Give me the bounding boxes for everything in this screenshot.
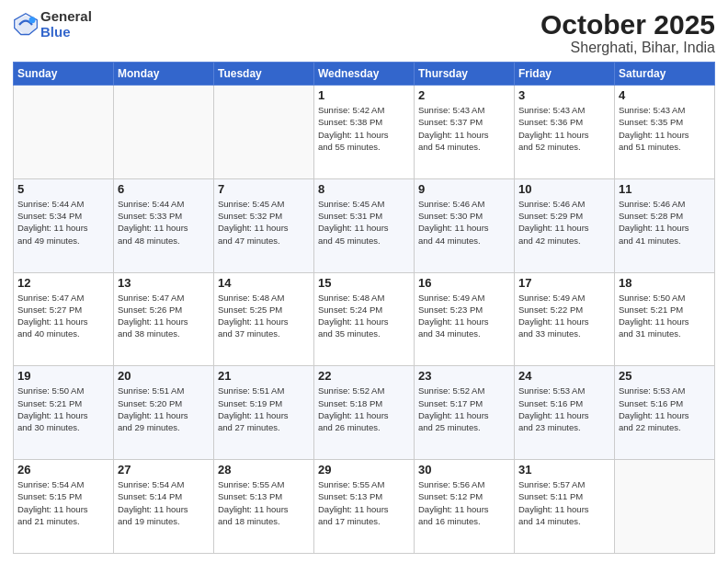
calendar-title: October 2025 <box>540 9 715 40</box>
calendar-cell <box>114 86 214 179</box>
day-of-week-saturday: Saturday <box>615 63 715 86</box>
page: General Blue October 2025 Sherghati, Bih… <box>0 0 728 563</box>
cell-day-number: 28 <box>218 463 310 477</box>
cell-day-number: 14 <box>218 276 310 290</box>
cell-day-number: 9 <box>418 182 510 196</box>
cell-info: Sunrise: 5:45 AM Sunset: 5:32 PM Dayligh… <box>218 198 310 247</box>
cell-info: Sunrise: 5:57 AM Sunset: 5:11 PM Dayligh… <box>518 478 610 527</box>
day-of-week-thursday: Thursday <box>415 63 515 86</box>
calendar-header: SundayMondayTuesdayWednesdayThursdayFrid… <box>14 63 715 86</box>
calendar-cell: 25Sunrise: 5:53 AM Sunset: 5:16 PM Dayli… <box>615 366 715 460</box>
header: General Blue October 2025 Sherghati, Bih… <box>13 9 715 56</box>
calendar-week-2: 5Sunrise: 5:44 AM Sunset: 5:34 PM Daylig… <box>14 178 715 272</box>
calendar-cell: 20Sunrise: 5:51 AM Sunset: 5:20 PM Dayli… <box>114 366 214 460</box>
cell-info: Sunrise: 5:47 AM Sunset: 5:26 PM Dayligh… <box>118 292 210 340</box>
cell-day-number: 19 <box>17 369 109 383</box>
calendar-cell: 12Sunrise: 5:47 AM Sunset: 5:27 PM Dayli… <box>14 272 114 366</box>
calendar-cell: 9Sunrise: 5:46 AM Sunset: 5:30 PM Daylig… <box>415 178 515 272</box>
cell-info: Sunrise: 5:49 AM Sunset: 5:22 PM Dayligh… <box>518 292 610 340</box>
cell-day-number: 8 <box>318 182 410 196</box>
cell-day-number: 3 <box>518 88 610 102</box>
day-of-week-tuesday: Tuesday <box>214 63 314 86</box>
calendar-cell: 8Sunrise: 5:45 AM Sunset: 5:31 PM Daylig… <box>314 178 415 272</box>
cell-day-number: 11 <box>619 182 711 196</box>
logo-icon <box>13 12 39 38</box>
calendar-cell: 29Sunrise: 5:55 AM Sunset: 5:13 PM Dayli… <box>314 460 415 554</box>
cell-info: Sunrise: 5:42 AM Sunset: 5:38 PM Dayligh… <box>318 104 410 153</box>
calendar-cell: 26Sunrise: 5:54 AM Sunset: 5:15 PM Dayli… <box>14 460 114 554</box>
calendar-cell: 24Sunrise: 5:53 AM Sunset: 5:16 PM Dayli… <box>515 366 615 460</box>
cell-info: Sunrise: 5:43 AM Sunset: 5:36 PM Dayligh… <box>518 104 610 153</box>
cell-day-number: 16 <box>418 276 510 290</box>
calendar-cell <box>14 86 114 179</box>
calendar-cell: 22Sunrise: 5:52 AM Sunset: 5:18 PM Dayli… <box>314 366 415 460</box>
calendar-week-3: 12Sunrise: 5:47 AM Sunset: 5:27 PM Dayli… <box>14 272 715 366</box>
logo-general-text: General <box>40 9 92 25</box>
calendar-cell: 23Sunrise: 5:52 AM Sunset: 5:17 PM Dayli… <box>415 366 515 460</box>
calendar-cell: 2Sunrise: 5:43 AM Sunset: 5:37 PM Daylig… <box>415 86 515 179</box>
calendar-cell: 10Sunrise: 5:46 AM Sunset: 5:29 PM Dayli… <box>515 178 615 272</box>
cell-info: Sunrise: 5:46 AM Sunset: 5:28 PM Dayligh… <box>619 198 711 247</box>
cell-day-number: 27 <box>118 463 210 477</box>
calendar-cell: 21Sunrise: 5:51 AM Sunset: 5:19 PM Dayli… <box>214 366 314 460</box>
cell-day-number: 26 <box>17 463 109 477</box>
calendar-week-1: 1Sunrise: 5:42 AM Sunset: 5:38 PM Daylig… <box>14 86 715 179</box>
cell-day-number: 2 <box>418 88 510 102</box>
calendar-cell: 3Sunrise: 5:43 AM Sunset: 5:36 PM Daylig… <box>515 86 615 179</box>
cell-day-number: 4 <box>619 88 711 102</box>
cell-info: Sunrise: 5:51 AM Sunset: 5:19 PM Dayligh… <box>218 385 310 433</box>
calendar-cell: 1Sunrise: 5:42 AM Sunset: 5:38 PM Daylig… <box>314 86 415 179</box>
cell-day-number: 29 <box>318 463 410 477</box>
cell-info: Sunrise: 5:52 AM Sunset: 5:18 PM Dayligh… <box>318 385 410 433</box>
logo: General Blue <box>13 9 92 40</box>
cell-day-number: 23 <box>418 369 510 383</box>
cell-day-number: 22 <box>318 369 410 383</box>
day-of-week-monday: Monday <box>114 63 214 86</box>
cell-day-number: 7 <box>218 182 310 196</box>
calendar-cell: 11Sunrise: 5:46 AM Sunset: 5:28 PM Dayli… <box>615 178 715 272</box>
calendar-cell: 17Sunrise: 5:49 AM Sunset: 5:22 PM Dayli… <box>515 272 615 366</box>
cell-day-number: 18 <box>619 276 711 290</box>
cell-info: Sunrise: 5:54 AM Sunset: 5:15 PM Dayligh… <box>17 478 109 527</box>
cell-day-number: 13 <box>118 276 210 290</box>
cell-info: Sunrise: 5:48 AM Sunset: 5:25 PM Dayligh… <box>218 292 310 340</box>
cell-day-number: 12 <box>17 276 109 290</box>
calendar-week-5: 26Sunrise: 5:54 AM Sunset: 5:15 PM Dayli… <box>14 460 715 554</box>
calendar-cell <box>214 86 314 179</box>
cell-info: Sunrise: 5:49 AM Sunset: 5:23 PM Dayligh… <box>418 292 510 340</box>
cell-info: Sunrise: 5:46 AM Sunset: 5:30 PM Dayligh… <box>418 198 510 247</box>
cell-day-number: 20 <box>118 369 210 383</box>
calendar-cell: 6Sunrise: 5:44 AM Sunset: 5:33 PM Daylig… <box>114 178 214 272</box>
cell-day-number: 5 <box>17 182 109 196</box>
days-of-week-row: SundayMondayTuesdayWednesdayThursdayFrid… <box>14 63 715 86</box>
cell-day-number: 15 <box>318 276 410 290</box>
calendar-cell: 13Sunrise: 5:47 AM Sunset: 5:26 PM Dayli… <box>114 272 214 366</box>
cell-day-number: 17 <box>518 276 610 290</box>
cell-day-number: 25 <box>619 369 711 383</box>
calendar-cell: 28Sunrise: 5:55 AM Sunset: 5:13 PM Dayli… <box>214 460 314 554</box>
cell-day-number: 1 <box>318 88 410 102</box>
calendar-cell: 31Sunrise: 5:57 AM Sunset: 5:11 PM Dayli… <box>515 460 615 554</box>
cell-info: Sunrise: 5:54 AM Sunset: 5:14 PM Dayligh… <box>118 478 210 527</box>
calendar-cell <box>615 460 715 554</box>
cell-day-number: 10 <box>518 182 610 196</box>
day-of-week-friday: Friday <box>515 63 615 86</box>
logo-text: General Blue <box>40 9 92 40</box>
day-of-week-sunday: Sunday <box>14 63 114 86</box>
calendar-cell: 15Sunrise: 5:48 AM Sunset: 5:24 PM Dayli… <box>314 272 415 366</box>
svg-point-2 <box>29 17 36 23</box>
cell-day-number: 24 <box>518 369 610 383</box>
cell-info: Sunrise: 5:53 AM Sunset: 5:16 PM Dayligh… <box>619 385 711 433</box>
calendar-table: SundayMondayTuesdayWednesdayThursdayFrid… <box>13 62 715 554</box>
cell-day-number: 31 <box>518 463 610 477</box>
cell-info: Sunrise: 5:48 AM Sunset: 5:24 PM Dayligh… <box>318 292 410 340</box>
calendar-cell: 14Sunrise: 5:48 AM Sunset: 5:25 PM Dayli… <box>214 272 314 366</box>
cell-info: Sunrise: 5:55 AM Sunset: 5:13 PM Dayligh… <box>318 478 410 527</box>
calendar-cell: 18Sunrise: 5:50 AM Sunset: 5:21 PM Dayli… <box>615 272 715 366</box>
cell-info: Sunrise: 5:50 AM Sunset: 5:21 PM Dayligh… <box>17 385 109 433</box>
logo-blue-text: Blue <box>40 25 92 40</box>
cell-info: Sunrise: 5:44 AM Sunset: 5:34 PM Dayligh… <box>17 198 109 247</box>
calendar-cell: 27Sunrise: 5:54 AM Sunset: 5:14 PM Dayli… <box>114 460 214 554</box>
cell-info: Sunrise: 5:43 AM Sunset: 5:37 PM Dayligh… <box>418 104 510 153</box>
calendar-cell: 7Sunrise: 5:45 AM Sunset: 5:32 PM Daylig… <box>214 178 314 272</box>
